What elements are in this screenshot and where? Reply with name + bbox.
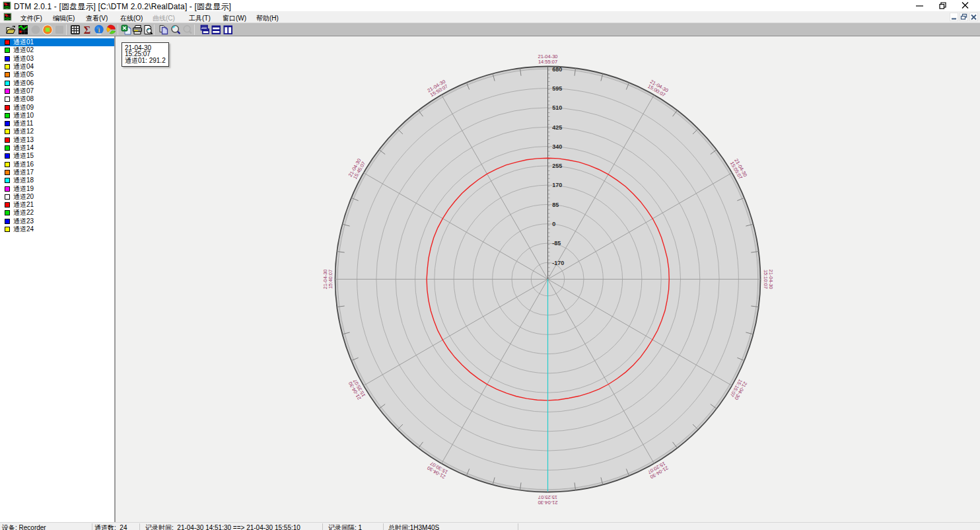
svg-text:255: 255 xyxy=(552,163,562,169)
svg-text:15:10:07: 15:10:07 xyxy=(763,270,769,289)
svg-text:14:55:07: 14:55:07 xyxy=(538,59,557,65)
svg-text:510: 510 xyxy=(552,104,562,111)
svg-text:170: 170 xyxy=(552,182,562,188)
svg-text:340: 340 xyxy=(552,143,562,150)
svg-text:i: i xyxy=(98,26,100,34)
svg-text:Σ: Σ xyxy=(84,24,90,35)
svg-text:15:25:07: 15:25:07 xyxy=(538,494,557,500)
svg-text:-170: -170 xyxy=(552,260,564,266)
svg-text:0: 0 xyxy=(552,221,555,227)
svg-text:425: 425 xyxy=(552,124,562,131)
svg-text:85: 85 xyxy=(552,202,559,208)
svg-text:-85: -85 xyxy=(552,240,561,246)
svg-text:680: 680 xyxy=(552,66,562,73)
svg-text:595: 595 xyxy=(552,85,562,92)
svg-text:15:40:07: 15:40:07 xyxy=(328,270,333,289)
